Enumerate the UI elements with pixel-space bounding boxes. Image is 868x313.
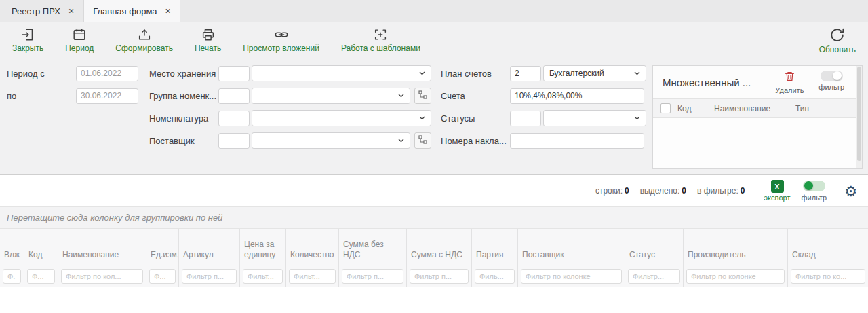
column-header-type: Тип (795, 104, 854, 113)
statuses-select[interactable] (543, 110, 646, 126)
supplier-code-input[interactable] (218, 133, 250, 149)
supplier-select[interactable] (252, 132, 410, 149)
column-header-sklad[interactable]: Склад (788, 229, 868, 266)
column-filter-input-status[interactable] (628, 269, 680, 284)
tab-close-icon[interactable]: × (165, 6, 171, 16)
accounts-input[interactable] (510, 88, 644, 104)
export-button[interactable]: X экспорт (764, 180, 790, 202)
nomenclature-group-code-input[interactable] (218, 88, 250, 104)
column-header-artikul[interactable]: Артикул (179, 229, 240, 266)
print-button-label: Печать (195, 43, 221, 53)
grid-body[interactable] (0, 287, 868, 313)
column-header-edizm[interactable]: Ед.изм. (146, 229, 179, 266)
nomenclature-group-tree-button[interactable] (414, 88, 431, 104)
attachments-button[interactable]: Просмотр вложений (243, 27, 319, 53)
period-from-input[interactable] (76, 66, 138, 81)
supplier-tree-button[interactable] (414, 132, 431, 149)
column-filter-input-naimenovanie[interactable] (61, 269, 143, 284)
print-button[interactable]: Печать (195, 27, 221, 53)
column-filter-input-postavshchik[interactable] (521, 269, 622, 284)
delete-button[interactable]: Удалить (775, 71, 804, 94)
nomenclature-group-select[interactable] (252, 88, 410, 104)
storage-select[interactable] (252, 65, 431, 81)
period-button-label: Период (65, 43, 94, 53)
statuses-code-input[interactable] (510, 111, 541, 126)
tab-close-icon[interactable]: × (68, 6, 74, 16)
chart-of-accounts-select[interactable]: Бухгалтерский (543, 65, 646, 81)
filter-cell-artikul (179, 266, 240, 287)
paperclip-link-icon (273, 27, 290, 42)
tab-label: Главная форма (93, 6, 157, 16)
column-header-summa-bez-nds[interactable]: Сумма без НДС (339, 229, 407, 266)
invoice-numbers-input[interactable] (510, 133, 644, 149)
excel-export-icon: X (771, 180, 784, 193)
multi-filter-toggle[interactable] (821, 71, 843, 81)
column-filter-input-vlzh[interactable] (3, 269, 21, 284)
nomenclature-code-input[interactable] (218, 111, 250, 126)
period-button[interactable]: Период (65, 27, 94, 53)
multi-filter-actions: Удалить фильтр (775, 71, 844, 94)
column-header-naimenovanie[interactable]: Наименование (58, 229, 146, 266)
grid-filter-toggle[interactable] (803, 181, 825, 191)
column-header-partiya[interactable]: Партия (472, 229, 518, 266)
column-filter-input-proizvoditel[interactable] (686, 269, 785, 284)
attachments-button-label: Просмотр вложений (243, 43, 319, 53)
column-header-kolichestvo[interactable]: Количество (286, 229, 339, 266)
filter-cell-edizm (146, 266, 179, 287)
generate-button[interactable]: Сформировать (115, 27, 173, 53)
column-filter-input-artikul[interactable] (182, 269, 237, 284)
column-header-vlzh[interactable]: Влж (0, 229, 24, 266)
storage-label: Место хранения (149, 69, 218, 79)
nomenclature-group-combo (218, 88, 410, 104)
column-header-code: Код (677, 104, 714, 113)
column-header-summa-s-nds[interactable]: Сумма с НДС (407, 229, 472, 266)
nomenclature-select[interactable] (252, 110, 431, 126)
column-header-cena[interactable]: Цена за единицу (240, 229, 286, 266)
hierarchy-icon (418, 134, 427, 147)
filter-cell-kolichestvo (286, 266, 339, 287)
refresh-button[interactable]: Обновить (819, 26, 856, 54)
filter-cell-cena (240, 266, 286, 287)
grid-filter-row (0, 266, 868, 287)
column-filter-input-edizm[interactable] (149, 269, 176, 284)
multi-filter-toggle-label: фильтр (818, 83, 844, 91)
group-by-hint: Перетащите сюда колонку для группировки … (7, 213, 222, 223)
gear-icon[interactable]: ⚙ (844, 184, 857, 198)
selected-count: выделено:0 (640, 186, 686, 196)
hierarchy-icon (418, 90, 427, 102)
panel-scrollbar[interactable] (856, 66, 862, 168)
column-filter-input-kod[interactable] (27, 269, 55, 284)
column-filter-input-summa-s-nds[interactable] (410, 269, 469, 284)
tab-reestr-prh[interactable]: Реестр ПРХ × (3, 0, 83, 22)
storage-code-input[interactable] (218, 66, 250, 81)
chevron-down-icon (634, 71, 640, 75)
multi-filter-panel: Множественный ... Удалить фильтр (652, 65, 863, 169)
tab-bar: Реестр ПРХ × Главная форма × (0, 0, 868, 22)
chart-of-accounts-code-input[interactable] (510, 66, 541, 81)
close-button[interactable]: Закрыть (12, 27, 43, 53)
column-header-postavshchik[interactable]: Поставщик (518, 229, 625, 266)
toggle-knob (833, 71, 842, 80)
column-header-status[interactable]: Статус (625, 229, 684, 266)
period-to-input[interactable] (76, 88, 138, 104)
filter-cell-vlzh (0, 266, 24, 287)
column-header-proizvoditel[interactable]: Производитель (684, 229, 788, 266)
chevron-down-icon (398, 94, 404, 98)
templates-button[interactable]: Работа с шаблонами (341, 27, 420, 53)
exit-door-icon (20, 27, 35, 42)
column-filter-input-kolichestvo[interactable] (289, 269, 336, 284)
storage-combo (218, 65, 431, 81)
grid-header-row: Влж Код Наименование Ед.изм. Артикул Цен… (0, 229, 868, 266)
tab-glavnaya-forma[interactable]: Главная форма × (83, 0, 180, 22)
tab-label: Реестр ПРХ (12, 6, 60, 16)
column-header-kod[interactable]: Код (24, 229, 58, 266)
select-all-checkbox[interactable] (660, 103, 671, 113)
filter-cell-summa-s-nds (407, 266, 472, 287)
column-filter-input-summa-bez-nds[interactable] (342, 269, 403, 284)
column-filter-input-partiya[interactable] (475, 269, 515, 284)
multi-filter-toggle-block: фильтр (818, 71, 844, 91)
scrollbar-thumb[interactable] (857, 67, 861, 161)
column-filter-input-sklad[interactable] (791, 269, 865, 284)
group-by-dropzone[interactable]: Перетащите сюда колонку для группировки … (0, 206, 868, 229)
column-filter-input-cena[interactable] (243, 269, 283, 284)
